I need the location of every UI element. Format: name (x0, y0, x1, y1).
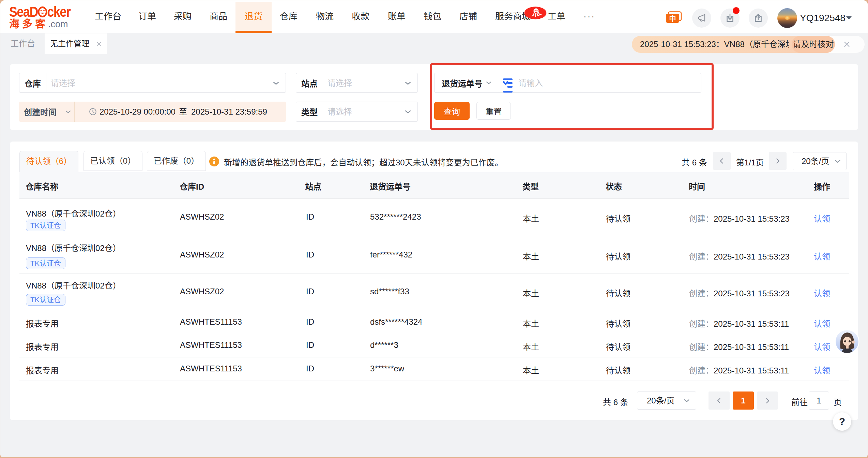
svg-text:中: 中 (669, 15, 676, 23)
